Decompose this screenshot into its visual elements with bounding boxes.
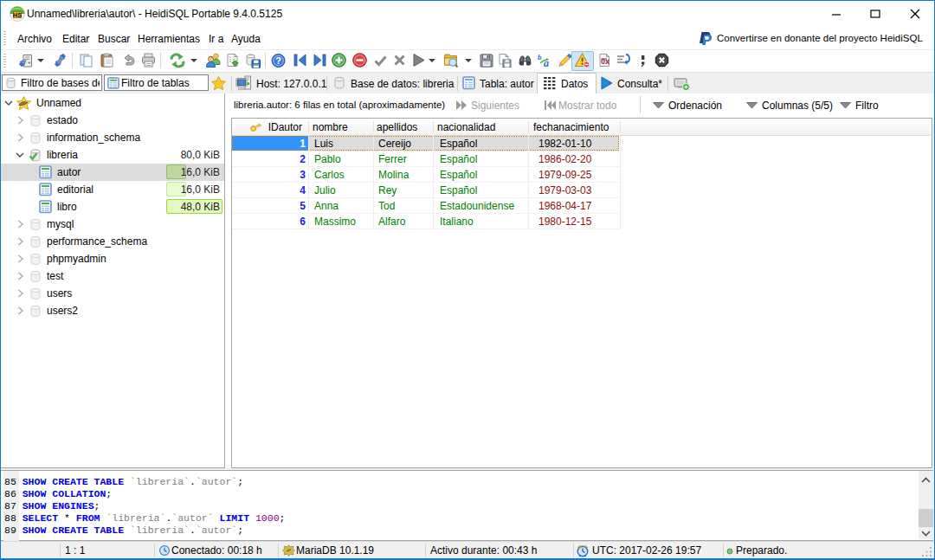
- svg-text:b: b: [538, 53, 542, 61]
- svg-text:a: a: [544, 57, 549, 68]
- svg-text:HS: HS: [13, 11, 22, 19]
- svg-text:?: ?: [275, 55, 281, 66]
